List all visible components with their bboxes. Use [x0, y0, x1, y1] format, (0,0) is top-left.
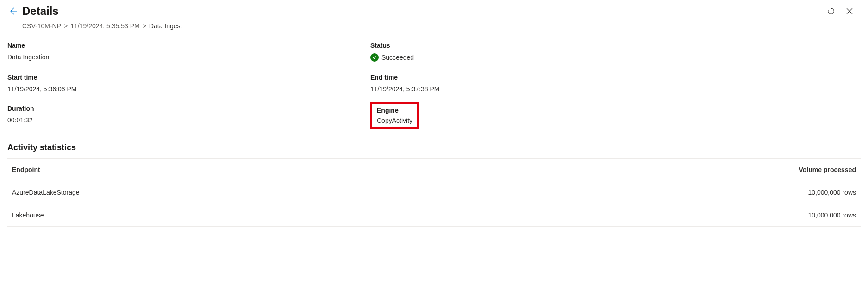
close-icon — [846, 7, 853, 15]
activity-statistics-table: Endpoint Volume processed AzureDataLakeS… — [7, 158, 861, 227]
breadcrumb-current: Data Ingest — [149, 22, 182, 30]
field-value: CopyActivity — [377, 117, 412, 124]
volume-cell: 10,000,000 rows — [754, 189, 856, 196]
field-label: Name — [7, 42, 352, 49]
field-duration: Duration 00:01:32 — [7, 105, 352, 129]
field-engine: Engine CopyActivity — [370, 105, 715, 129]
field-value: 00:01:32 — [7, 116, 352, 124]
field-value: 11/19/2024, 5:36:06 PM — [7, 85, 352, 93]
breadcrumb-separator: > — [143, 22, 146, 30]
engine-highlight: Engine CopyActivity — [370, 102, 419, 129]
endpoint-cell: AzureDataLakeStorage — [12, 189, 754, 196]
breadcrumb-item[interactable]: 11/19/2024, 5:35:53 PM — [70, 22, 139, 30]
table-row: Lakehouse 10,000,000 rows — [7, 204, 861, 227]
page-title: Details — [22, 5, 59, 18]
field-end-time: End time 11/19/2024, 5:37:38 PM — [370, 74, 715, 93]
field-name: Name Data Ingestion — [7, 42, 352, 62]
breadcrumb: CSV-10M-NP > 11/19/2024, 5:35:53 PM > Da… — [0, 18, 868, 34]
field-label: Status — [370, 42, 715, 49]
volume-cell: 10,000,000 rows — [754, 211, 856, 219]
field-status: Status Succeeded — [370, 42, 715, 62]
back-button[interactable] — [7, 6, 19, 17]
column-header-endpoint: Endpoint — [12, 166, 754, 173]
status-text: Succeeded — [381, 54, 414, 61]
field-label: Start time — [7, 74, 352, 81]
arrow-left-icon — [8, 6, 18, 16]
table-row: AzureDataLakeStorage 10,000,000 rows — [7, 181, 861, 204]
table-header-row: Endpoint Volume processed — [7, 158, 861, 181]
field-value: 11/19/2024, 5:37:38 PM — [370, 85, 715, 93]
endpoint-cell: Lakehouse — [12, 211, 754, 219]
breadcrumb-separator: > — [64, 22, 68, 30]
field-label: Engine — [377, 107, 412, 114]
field-start-time: Start time 11/19/2024, 5:36:06 PM — [7, 74, 352, 93]
breadcrumb-item[interactable]: CSV-10M-NP — [22, 22, 61, 30]
refresh-button[interactable] — [824, 5, 837, 18]
field-label: Duration — [7, 105, 352, 112]
field-label: End time — [370, 74, 715, 81]
close-button[interactable] — [843, 5, 856, 18]
refresh-icon — [827, 7, 835, 15]
success-icon — [370, 53, 379, 62]
field-value: Data Ingestion — [7, 53, 352, 61]
column-header-volume: Volume processed — [754, 166, 856, 173]
activity-statistics-heading: Activity statistics — [0, 129, 868, 158]
